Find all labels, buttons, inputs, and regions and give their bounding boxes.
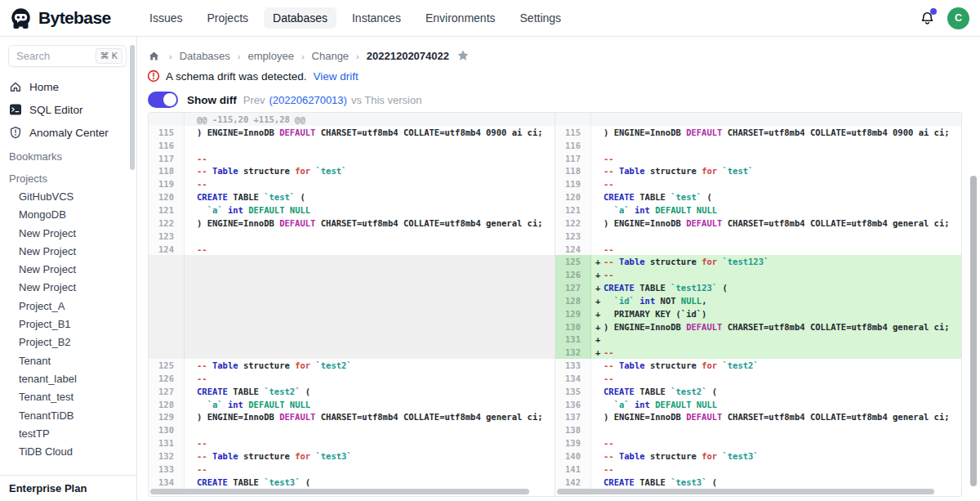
breadcrumb-item[interactable]: Databases [180, 50, 230, 62]
sidebar-project-item[interactable]: Tenant [0, 352, 136, 370]
code-text: @@ -115,20 +115,28 @@ [197, 114, 305, 124]
nav-item-issues[interactable]: Issues [140, 7, 191, 29]
sidebar-project-item[interactable]: tenant_label [0, 370, 136, 388]
line-number: 124 [149, 243, 185, 256]
line-number [149, 307, 185, 320]
line-number [149, 333, 185, 347]
search-box[interactable]: ⌘ K [8, 45, 127, 67]
line-number: 127 [149, 385, 185, 398]
sidebar-project-item[interactable]: Project_B2 [0, 333, 136, 351]
sidebar-project-item[interactable]: TiDB Cloud [0, 443, 136, 461]
breadcrumb-current: 20221202074022 [367, 50, 449, 62]
sidebar-project-item[interactable]: testTP [0, 425, 136, 443]
breadcrumb-item[interactable]: employee [248, 50, 294, 62]
drift-message: A schema drift was detected. [166, 70, 307, 83]
diff-code-row: 115) ENGINE=InnoDB DEFAULT CHARSET=utf8m… [149, 126, 555, 139]
main-content: ›Databases›employee›Change› 202212020740… [138, 37, 980, 501]
show-diff-toggle[interactable] [148, 92, 178, 108]
sidebar-project-item[interactable]: Project_B1 [0, 315, 136, 333]
line-number: 137 [555, 411, 591, 424]
left-horizontal-scrollbar[interactable] [150, 489, 529, 494]
line-number: 129 [149, 411, 185, 424]
code-text: -- [197, 374, 207, 383]
prev-version-link[interactable]: (202206270013) [269, 94, 346, 106]
diff-code-row: 142CREATE TABLE `test3` ( [555, 476, 961, 489]
nav-item-settings[interactable]: Settings [511, 7, 571, 29]
code-text: -- [604, 464, 614, 474]
sidebar-project-item[interactable]: New Project [0, 243, 136, 261]
sidebar-project-item[interactable]: New Project [0, 279, 136, 297]
diff-code-row: 131-- [149, 436, 555, 450]
line-number: 125 [149, 359, 185, 372]
line-number: 141 [555, 463, 591, 476]
line-number: 125 [555, 255, 591, 268]
diff-marker: + [591, 322, 604, 332]
code-text: CREATE TABLE `test3` ( [197, 477, 310, 487]
star-icon[interactable] [457, 49, 470, 62]
search-input[interactable] [16, 50, 87, 62]
code-text: -- Table structure for `test3` [197, 451, 352, 461]
nav-item-databases[interactable]: Databases [264, 7, 336, 29]
line-number: 134 [149, 476, 185, 489]
code-text: -- Table structure for `test2` [604, 360, 759, 370]
nav-item-environments[interactable]: Environments [416, 7, 505, 29]
user-avatar[interactable]: C [947, 7, 969, 29]
line-number: 130 [149, 423, 185, 436]
diff-code-row: 126-- [149, 372, 555, 385]
sidebar-project-item[interactable]: Tenant_test [0, 388, 136, 406]
code-text: PRIMARY KEY (`id`) [604, 309, 706, 319]
diff-code-row: 140-- Table structure for `test3` [555, 450, 961, 463]
code-text: ) ENGINE=InnoDB DEFAULT CHARSET=utf8mb4 … [604, 322, 950, 332]
line-number [555, 113, 591, 126]
code-text: -- [604, 347, 614, 357]
breadcrumb-home-icon[interactable] [148, 50, 160, 62]
page-vertical-scrollbar[interactable] [970, 176, 977, 486]
line-number: 127 [555, 281, 591, 294]
line-number: 116 [149, 139, 185, 152]
sidebar-project-item[interactable]: New Project [0, 225, 136, 243]
sidebar-project-item[interactable]: GitHubVCS [0, 188, 136, 206]
code-text: -- Table structure for `test2` [197, 360, 352, 370]
nav-item-instances[interactable]: Instances [343, 7, 410, 29]
nav-item-projects[interactable]: Projects [198, 7, 257, 29]
plan-badge[interactable]: Enterprise Plan [0, 475, 136, 501]
sidebar-item-sql-editor[interactable]: SQL Editor [0, 98, 136, 121]
sidebar-project-item[interactable]: Project_A [0, 297, 136, 315]
view-drift-link[interactable]: View drift [314, 70, 359, 83]
sidebar-project-item[interactable]: MongoDB [0, 206, 136, 224]
line-number: 128 [149, 398, 185, 411]
sidebar-item-label: Home [29, 81, 59, 93]
line-number: 123 [149, 230, 185, 243]
code-text: -- Table structure for `test3` [604, 451, 759, 461]
sidebar-project-item[interactable]: New Project [0, 261, 136, 279]
line-number: 133 [555, 359, 591, 372]
right-horizontal-scrollbar[interactable] [557, 489, 934, 494]
notifications-bell-icon[interactable] [920, 11, 935, 26]
sidebar-item-anomaly-center[interactable]: Anomaly Center [0, 121, 136, 144]
diff-code-row: 118-- Table structure for `test` [149, 165, 555, 178]
sidebar-item-home[interactable]: Home [0, 75, 136, 98]
notification-badge [930, 8, 937, 15]
diff-code-row: 130+) ENGINE=InnoDB DEFAULT CHARSET=utf8… [555, 320, 961, 333]
code-text: -- [604, 270, 614, 280]
line-number: 118 [149, 165, 185, 178]
breadcrumb-item[interactable]: Change [312, 50, 350, 62]
diff-code-row: 120CREATE TABLE `test` ( [555, 190, 961, 204]
sidebar-scrollbar[interactable] [130, 45, 135, 170]
code-text: -- [197, 244, 207, 254]
code-text: `a` int DEFAULT NULL [197, 205, 310, 215]
line-number [149, 294, 185, 307]
code-text: `a` int DEFAULT NULL [604, 205, 717, 215]
sidebar-project-item[interactable]: TenantTiDB [0, 407, 136, 425]
diff-right-pane: 115) ENGINE=InnoDB DEFAULT CHARSET=utf8m… [555, 113, 961, 496]
line-number: 122 [149, 217, 185, 230]
diff-gap-row [149, 255, 555, 268]
diff-code-row: 128 `a` int DEFAULT NULL [149, 398, 555, 411]
terminal-icon [9, 103, 22, 116]
diff-gap-row [149, 307, 555, 320]
brand-logo[interactable]: Bytebase [0, 7, 140, 29]
chevron-right-icon: › [356, 51, 359, 61]
diff-code-row: 136 `a` int DEFAULT NULL [555, 398, 961, 411]
diff-hunk-header [555, 113, 961, 126]
line-number: 128 [555, 294, 591, 307]
